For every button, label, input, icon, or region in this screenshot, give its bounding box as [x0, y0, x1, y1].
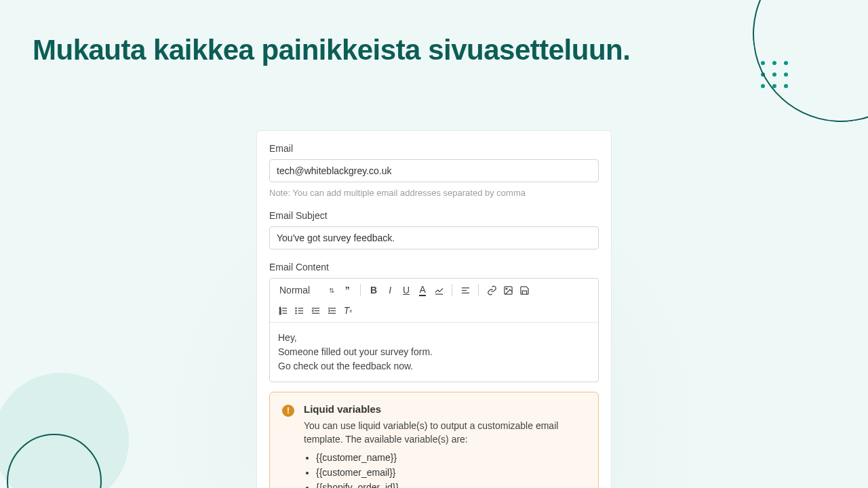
subject-field-block: Email Subject: [269, 210, 599, 249]
align-button[interactable]: [458, 283, 473, 298]
decorative-arc: [741, 0, 868, 134]
content-line: Hey,: [278, 331, 590, 345]
info-title: Liquid variables: [304, 403, 586, 415]
unordered-list-button[interactable]: [292, 303, 307, 318]
decorative-circle: [7, 434, 102, 488]
content-label: Email Content: [269, 262, 599, 272]
ordered-list-button[interactable]: 123: [275, 303, 290, 318]
font-style-select[interactable]: Normal ⇅: [275, 283, 338, 297]
svg-point-15: [295, 310, 296, 310]
link-button[interactable]: [484, 283, 499, 298]
variable-item: {{customer_email}}: [316, 467, 586, 478]
variables-list: {{customer_name}} {{customer_email}} {{s…: [304, 452, 586, 488]
clear-format-button[interactable]: Tx: [340, 303, 355, 318]
warning-icon: !: [282, 405, 294, 417]
toolbar-separator: [452, 284, 452, 296]
underline-button[interactable]: U: [399, 283, 414, 298]
info-content: Liquid variables You can use liquid vari…: [304, 403, 586, 488]
editor-content[interactable]: Hey, Someone filled out your survey form…: [270, 323, 598, 382]
image-button[interactable]: [500, 283, 515, 298]
variable-item: {{shopify_order_id}}: [316, 482, 586, 488]
caret-icon: ⇅: [329, 287, 334, 294]
save-button[interactable]: [517, 283, 532, 298]
variable-item: {{customer_name}}: [316, 452, 586, 463]
liquid-variables-info: ! Liquid variables You can use liquid va…: [269, 392, 599, 488]
content-line: Someone filled out your survey form.: [278, 345, 590, 359]
svg-text:3: 3: [279, 311, 281, 314]
indent-button[interactable]: [324, 303, 339, 318]
page-headline: Mukauta kaikkea painikkeista sivuasettel…: [33, 34, 630, 66]
toolbar-separator: [360, 284, 361, 296]
italic-button[interactable]: I: [382, 283, 397, 298]
content-field-block: Email Content Normal ⇅ ” B I U A: [269, 262, 599, 382]
email-label: Email: [269, 143, 599, 154]
email-settings-card: Email Note: You can add multiple email a…: [256, 130, 612, 488]
highlight-button[interactable]: [431, 283, 446, 298]
outdent-button[interactable]: [308, 303, 323, 318]
text-color-button[interactable]: A: [415, 283, 430, 298]
rich-text-editor: Normal ⇅ ” B I U A: [269, 278, 599, 382]
blockquote-button[interactable]: ”: [340, 283, 355, 298]
svg-point-14: [295, 308, 296, 308]
svg-point-4: [506, 288, 507, 289]
toolbar-separator: [478, 284, 479, 296]
subject-label: Email Subject: [269, 210, 599, 221]
bold-button[interactable]: B: [366, 283, 381, 298]
editor-toolbar: Normal ⇅ ” B I U A: [270, 279, 598, 323]
email-input[interactable]: [269, 159, 599, 182]
subject-input[interactable]: [269, 226, 599, 249]
content-line: Go check out the feedback now.: [278, 359, 590, 373]
font-style-label: Normal: [279, 285, 310, 296]
email-hint: Note: You can add multiple email address…: [269, 188, 599, 198]
email-field-block: Email Note: You can add multiple email a…: [269, 143, 599, 198]
svg-point-16: [295, 312, 296, 313]
info-description: You can use liquid variable(s) to output…: [304, 419, 586, 447]
